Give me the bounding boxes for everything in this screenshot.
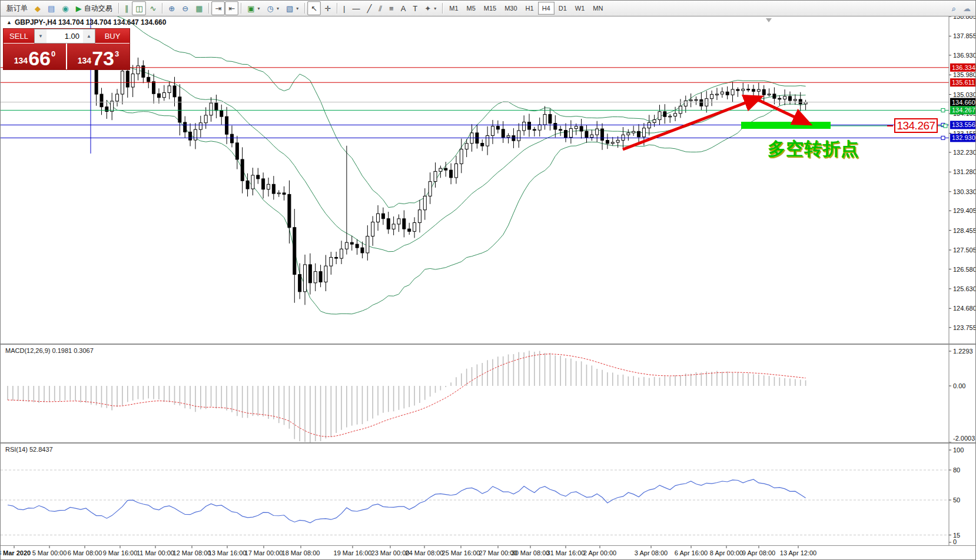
sell-button[interactable]: SELL [4,29,34,44]
volume-down-button[interactable]: ▼ [35,29,47,43]
equidistant-channel-icon[interactable]: ⫽ [375,1,386,15]
community-icon[interactable]: ◉ [58,1,72,15]
highlight-bar[interactable] [741,122,831,129]
auto-scroll-icon: ⇥ [215,5,221,12]
cursor-icon[interactable]: ↖ [307,1,321,15]
text-label-icon: T [413,5,417,12]
text-icon[interactable]: A [397,1,410,15]
trend-arrow-down[interactable] [757,99,805,122]
candlestick-chart-icon[interactable]: ◫ [132,1,146,15]
arrows-icon[interactable]: ✦▾ [421,1,440,15]
dropdown-arrow-icon: ▾ [277,6,279,11]
tile-windows-icon[interactable]: ▦ [192,1,206,15]
auto-trading-button[interactable]: ▶自动交易 [72,1,116,15]
rsi-line [8,479,806,523]
svg-text:50: 50 [953,496,960,504]
new-chart-icon[interactable]: ▣▾ [244,1,263,15]
profiles-icon[interactable]: ◷▾ [264,1,283,15]
macd-label: MACD(12,26,9) 0.1981 0.3067 [5,347,94,354]
chart-shift-icon[interactable]: ⇤ [225,1,238,15]
svg-text:130.330: 130.330 [953,188,976,195]
sell-price[interactable]: 134 66 0 [4,44,67,69]
buy-button[interactable]: BUY [95,29,130,44]
macd-panel[interactable]: 1.22930.00-2.0003 [1,345,976,444]
new-order-button[interactable]: 新订单 [3,1,31,15]
toolbar-separator [118,3,119,14]
vertical-line-icon: | [343,5,345,12]
zoom-out-icon[interactable]: ⊖ [178,1,192,15]
sell-price-big: 66 [28,49,51,68]
volume-up-button[interactable]: ▲ [83,29,95,43]
chart-snapshot-icon[interactable]: ◆ [31,1,44,15]
time-label: 9 Mar 16:00 [103,549,138,556]
time-label: 6 Apr 16:00 [675,549,708,556]
auto-trading-button: ▶ [76,5,82,12]
symbol-title: GBPJPY-,H4 134.704 134.704 134.647 134.6… [15,18,167,26]
dropdown-arrow-icon: ▾ [434,6,436,11]
time-label: 12 Mar 08:00 [173,549,211,556]
svg-text:135.030: 135.030 [953,91,976,98]
community-icon: ◉ [62,5,68,12]
timeframe-H4[interactable]: H4 [538,2,555,15]
line-chart-icon[interactable]: ∿ [146,1,160,15]
svg-text:132.230: 132.230 [953,149,976,156]
market-window-icon: ▤ [48,5,55,12]
buy-price-big: 73 [92,49,114,68]
svg-text:136.334: 136.334 [952,64,975,71]
horizontal-line-icon: — [352,5,360,12]
trend-arrow-up[interactable] [623,99,756,149]
bar-chart-icon: ∥ [125,5,129,12]
auto-trading-button-label: 自动交易 [84,4,112,14]
timeframe-D1[interactable]: D1 [555,2,571,15]
buy-price[interactable]: 134 73 3 [67,44,130,69]
zoom-in-icon[interactable]: ⊕ [165,1,178,15]
crosshair-icon: ✛ [324,5,331,12]
chat-icon[interactable]: ☁ [960,1,974,15]
fibonacci-icon[interactable]: ≡ [386,1,397,15]
vertical-line-icon[interactable]: | [340,1,348,15]
svg-text:127.505: 127.505 [953,246,976,254]
main-chart[interactable]: 138.805137.855136.930135.980135.030134.1… [1,16,976,345]
timeframe-W1[interactable]: W1 [571,2,589,15]
line-chart-icon: ∿ [150,5,156,12]
price-label-box[interactable]: 134.267 [894,118,938,133]
toolbar-separator [162,3,162,14]
timeframe-M30[interactable]: M30 [500,2,521,15]
auto-scroll-icon[interactable]: ⇥ [211,1,225,15]
macd-histogram [8,351,806,442]
svg-text:123.755: 123.755 [953,324,976,331]
text-label-icon[interactable]: T [409,1,421,15]
mt4-window: 新订单◆▤◉▶自动交易∥◫∿⊕⊖▦⇥⇤▣▾◷▾▧▾↖✛|—╱⫽≡AT✦▾M1M5… [0,0,976,560]
timeframe-H1[interactable]: H1 [522,2,538,15]
new-order-button-label: 新订单 [6,4,28,14]
timeframe-M5[interactable]: M5 [463,2,480,15]
market-window-icon[interactable]: ▤ [44,1,58,15]
toolbar-right: ⌕☁ [948,1,974,15]
search-icon[interactable]: ⌕ [948,1,960,15]
buy-price-sup: 3 [115,49,119,58]
volume-input[interactable] [47,29,83,43]
timeframe-M1[interactable]: M1 [445,2,462,15]
time-label: 3 Mar 2020 [1,549,31,556]
time-label: 13 Apr 12:00 [780,549,816,556]
toolbar-separator [442,3,443,14]
horizontal-line-icon[interactable]: — [348,1,363,15]
toolbar-separator [304,3,305,14]
symbol-header[interactable]: ▲ GBPJPY-,H4 134.704 134.704 134.647 134… [6,18,166,26]
trendline-icon[interactable]: ╱ [363,1,375,15]
timeframe-M15[interactable]: M15 [480,2,500,15]
collapse-icon[interactable]: ▲ [6,19,12,25]
chart-shift-marker[interactable] [766,18,772,22]
time-axis: 3 Mar 20205 Mar 00:006 Mar 08:009 Mar 16… [1,546,976,560]
time-label: 30 Mar 08:00 [512,549,550,556]
annotation-text[interactable]: 多空转折点 [768,137,859,161]
svg-text:132.930: 132.930 [952,134,975,141]
rsi-label: RSI(14) 52.8437 [5,446,53,453]
bar-chart-icon[interactable]: ∥ [121,1,132,15]
timeframe-MN[interactable]: MN [589,2,607,15]
fibonacci-icon: ≡ [389,5,394,12]
crosshair-icon[interactable]: ✛ [321,1,334,15]
svg-text:100: 100 [953,446,964,454]
rsi-panel[interactable]: 1008050150 [1,444,976,546]
templates-icon[interactable]: ▧▾ [283,1,302,15]
